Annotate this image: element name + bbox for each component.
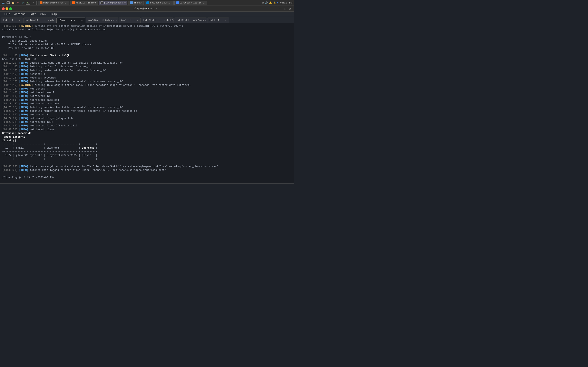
svg-rect-2 bbox=[2, 3, 4, 4]
output-retr-user-val: [14:40:50] [INFO] retrieved: player bbox=[2, 128, 292, 132]
task-terminal[interactable]: player@soccer: ~ bbox=[99, 1, 128, 5]
output-retr-pass-val: [14:31:45] [INFO] retrieved: PlayerOfthe… bbox=[2, 124, 292, 128]
system-tray: 🖥 🔊 🔔 🔒 G bbox=[261, 1, 279, 4]
output-retr-email: [14:11:40] [INFO] retrieved: email bbox=[2, 91, 292, 94]
window-resize-action[interactable]: □ bbox=[284, 7, 287, 10]
output-backend-dbms: back-end DBMS: MySQL 8 bbox=[2, 58, 292, 61]
task-vscode[interactable]: bool4soc 2023... bbox=[145, 1, 173, 5]
output-fetch-entries: [14:21:37] [INFO] fetching entries for t… bbox=[2, 106, 292, 109]
output-retr-username: [14:18:12] [INFO] retrieved: username bbox=[2, 102, 292, 106]
terminal-window: player@soccer: ~ ─ □ ✕ File Actions Edit… bbox=[0, 6, 294, 184]
output-retr-id-val: [14:29:32] [INFO] retrieved: 1324 bbox=[2, 120, 292, 124]
window-close-button[interactable] bbox=[2, 7, 5, 10]
task-burp[interactable]: Burp Suite Prof... bbox=[38, 1, 69, 5]
tab-6-label: kwkl@kwkl: ~...L/htb/soccer bbox=[143, 19, 174, 22]
tray-notify[interactable]: 🔔 bbox=[269, 1, 272, 4]
tab-3[interactable]: player...cer: ~ ✕ bbox=[56, 17, 85, 23]
favicon-term bbox=[100, 1, 103, 4]
output-payload-line: Payload: id=-6478 OR 1585=1585 bbox=[2, 47, 292, 50]
tab-2[interactable]: kwkl@kwkl: ~...L/htb/soccer ✕ bbox=[23, 17, 56, 23]
tab-4-label: kwkl@kw...桌面/burp bbox=[88, 19, 114, 22]
output-info-dump: [14:11:10] [INFO] sqlmap will dump entri… bbox=[2, 61, 292, 65]
menu-edit[interactable]: Edit bbox=[27, 12, 38, 16]
task-burp-label: Burp Suite Prof... bbox=[43, 2, 68, 4]
files-icon[interactable] bbox=[11, 1, 15, 5]
output-tbl-name: Table: accounts bbox=[2, 135, 292, 139]
tab-3-close[interactable]: ✕ bbox=[81, 19, 83, 21]
svg-rect-0 bbox=[2, 2, 4, 2]
output-db-name: Database: soccer_db bbox=[2, 132, 292, 135]
output-retr-email-val: [14:22:01] [INFO] retrieved: player@play… bbox=[2, 117, 292, 120]
desktop-icon[interactable] bbox=[6, 1, 10, 5]
tab-bar: kwkl..l: ~ ✕ kwkl@kwkl: ~...L/htb/soccer… bbox=[0, 17, 294, 23]
app-menu-icon[interactable] bbox=[1, 1, 5, 5]
tab-8-close[interactable]: ✕ bbox=[225, 19, 227, 22]
output-fetch-tables: [14:11:10] [INFO] fetching tables for da… bbox=[2, 65, 292, 68]
svg-rect-3 bbox=[7, 2, 9, 4]
tab-7[interactable]: kwkl@kwkl...ODL/waban ✕ bbox=[174, 17, 207, 23]
tab-3-label: player...cer: ~ bbox=[59, 19, 80, 22]
output-info-dbms: [14:11:10] [INFO] the back-end DBMS is M… bbox=[2, 54, 292, 58]
tab-4-close[interactable]: ✕ bbox=[115, 19, 117, 22]
window-minimize-button[interactable] bbox=[6, 7, 8, 10]
task-thunar[interactable]: Thunar bbox=[128, 1, 144, 5]
output-blank1 bbox=[2, 32, 292, 35]
system-bar: ● ⊕ $_ ▼ Burp Suite Prof... Mozilla Fire… bbox=[0, 0, 294, 6]
favicon-vscode bbox=[146, 1, 149, 4]
tray-g[interactable]: G bbox=[277, 2, 279, 4]
output-table-border-mid: +------+-------------------+------------… bbox=[2, 150, 292, 154]
output-entry-count: [1 entry] bbox=[2, 139, 292, 142]
window-close-action[interactable]: ✕ bbox=[288, 7, 292, 10]
task-thunar-label: Thunar bbox=[134, 2, 142, 4]
task-firefox[interactable]: Mozilla Firefox bbox=[70, 1, 98, 5]
tab-8[interactable]: kwkl..l: ~ ✕ bbox=[207, 17, 229, 23]
menu-view[interactable]: View bbox=[38, 12, 48, 16]
tray-lock[interactable]: 🔒 bbox=[273, 1, 276, 4]
browser-icon[interactable]: ⊕ bbox=[21, 1, 25, 5]
output-separator1: --- bbox=[2, 50, 292, 54]
output-retr-id: [14:13:50] [INFO] retrieved: id bbox=[2, 94, 292, 98]
output-blank2 bbox=[2, 161, 292, 165]
clock-display: 03:11 下午 bbox=[280, 1, 293, 4]
task-terminal-label: player@soccer: ~ bbox=[104, 2, 126, 4]
tray-monitor[interactable]: 🖥 bbox=[261, 1, 264, 4]
output-fetch-cols: [14:11:16] [INFO] fetching columns for t… bbox=[2, 80, 292, 83]
task-chrome[interactable]: Directory listin... bbox=[174, 1, 207, 5]
tab-5-close[interactable]: ✕ bbox=[136, 19, 138, 22]
window-maximize-button[interactable] bbox=[9, 7, 12, 10]
system-clock: 🖥 🔊 🔔 🔒 G 03:11 下午 bbox=[261, 1, 293, 4]
tab-5-label: kwkl..l: ~ bbox=[121, 19, 135, 22]
terminal-icon[interactable]: $_ bbox=[26, 1, 30, 5]
window-minimize-action[interactable]: ─ bbox=[279, 7, 282, 10]
terminal-content[interactable]: [14:11:10] [WARNING] turning off pre-con… bbox=[0, 23, 294, 183]
menu-help[interactable]: Help bbox=[48, 12, 59, 16]
tray-volume[interactable]: 🔊 bbox=[265, 1, 268, 4]
output-blank4 bbox=[2, 179, 292, 183]
menu-file[interactable]: File bbox=[2, 12, 12, 16]
task-firefox-label: Mozilla Firefox bbox=[76, 2, 96, 4]
tab-1-close[interactable]: ✕ bbox=[18, 19, 21, 22]
output-info-csv: [14:43:23] [INFO] table 'soccer_db.accou… bbox=[2, 165, 292, 168]
tab-4[interactable]: kwkl@kw...桌面/burp ✕ bbox=[86, 17, 118, 23]
output-warning-threads: [14:11:16] [WARNING] running in a single… bbox=[2, 83, 292, 87]
tab-1-label: kwkl..l: ~ bbox=[3, 19, 17, 22]
window-actions: ─ □ ✕ bbox=[279, 7, 292, 10]
output-param-header: Parameter: id (GET) bbox=[2, 35, 292, 39]
output-type-line: Type: boolean-based blind bbox=[2, 39, 292, 43]
editor-icon[interactable]: ● bbox=[16, 1, 20, 5]
menu-actions[interactable]: Actions bbox=[12, 12, 27, 16]
output-table-row: | 1324 | player@player.htb | PlayerOfthe… bbox=[2, 154, 292, 157]
output-fetch-count: [14:11:10] [INFO] fetching number of tab… bbox=[2, 69, 292, 72]
window-controls bbox=[2, 7, 12, 10]
tab-6[interactable]: kwkl@kwkl: ~...L/htb/soccer ✕ bbox=[141, 17, 174, 23]
output-ending: [*] ending @ 14:43:23 /2023-03-19/ bbox=[2, 176, 292, 179]
terminal-titlebar: player@soccer: ~ ─ □ ✕ bbox=[0, 6, 294, 12]
output-retr1: [14:21:37] [INFO] retrieved: 1 bbox=[2, 113, 292, 117]
output-table-border-bot: +------+-------------------+------------… bbox=[2, 157, 292, 161]
tab-5[interactable]: kwkl..l: ~ ✕ bbox=[119, 17, 141, 23]
tab-1[interactable]: kwkl..l: ~ ✕ bbox=[1, 17, 23, 23]
output-warning-preconnect: [14:11:10] [WARNING] turning off pre-con… bbox=[2, 24, 292, 28]
chevron-icon[interactable]: ▼ bbox=[31, 1, 35, 5]
output-retr-password: [14:14:51] [INFO] retrieved: password bbox=[2, 98, 292, 102]
output-fetch-entries-count: [14:21:37] [INFO] fetching number of ent… bbox=[2, 109, 292, 113]
